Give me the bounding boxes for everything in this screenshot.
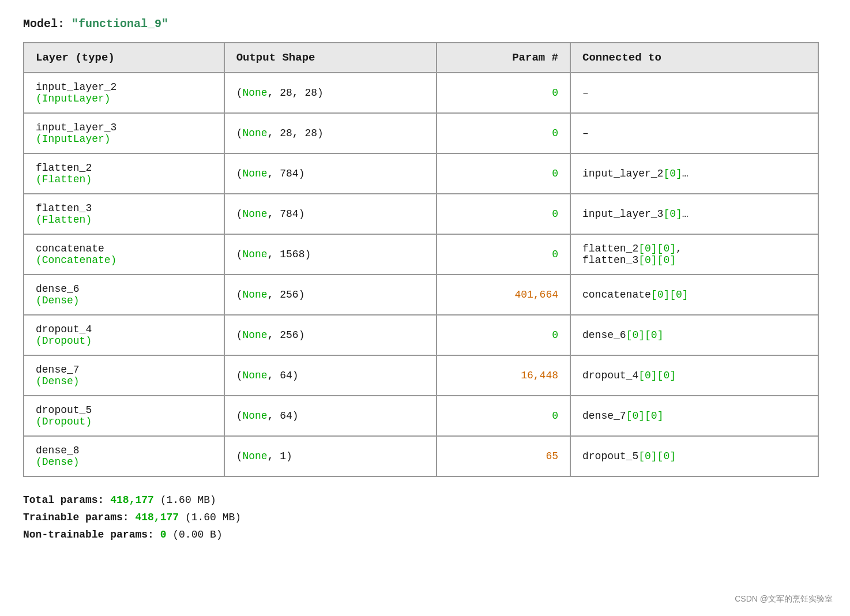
trainable-params-size: (1.60 MB): [185, 512, 241, 523]
table-row: input_layer_3(InputLayer)(None, 28, 28)0…: [24, 113, 818, 153]
col-header-output-shape: Output Shape: [224, 43, 437, 73]
non-trainable-params-line: Non-trainable params: 0 (0.00 B): [23, 529, 827, 540]
model-title: Model: "functional_9": [23, 17, 827, 31]
total-params-line: Total params: 418,177 (1.60 MB): [23, 494, 827, 506]
cell-layer: dense_6(Dense): [24, 275, 224, 315]
cell-connected: dropout_5[0][0]: [570, 436, 818, 476]
table-row: dropout_4(Dropout)(None, 256)0dense_6[0]…: [24, 315, 818, 355]
cell-output-shape: (None, 256): [224, 275, 437, 315]
cell-connected: –: [570, 73, 818, 113]
total-params-label: Total params:: [23, 494, 110, 506]
cell-output-shape: (None, 28, 28): [224, 73, 437, 113]
model-title-name: "functional_9": [72, 17, 168, 31]
cell-param: 0: [437, 153, 570, 194]
cell-connected: –: [570, 113, 818, 153]
cell-output-shape: (None, 256): [224, 315, 437, 355]
cell-connected: input_layer_2[0]…: [570, 153, 818, 194]
table-row: concatenate(Concatenate)(None, 1568)0fla…: [24, 234, 818, 275]
cell-output-shape: (None, 64): [224, 396, 437, 436]
cell-output-shape: (None, 1): [224, 436, 437, 476]
total-params-value: 418,177: [110, 494, 154, 506]
table-row: flatten_2(Flatten)(None, 784)0input_laye…: [24, 153, 818, 194]
cell-layer: dropout_5(Dropout): [24, 396, 224, 436]
trainable-params-label: Trainable params:: [23, 512, 135, 523]
cell-output-shape: (None, 784): [224, 153, 437, 194]
cell-param: 0: [437, 113, 570, 153]
cell-connected: dense_6[0][0]: [570, 315, 818, 355]
cell-layer: flatten_3(Flatten): [24, 194, 224, 234]
cell-param: 0: [437, 73, 570, 113]
cell-connected: dense_7[0][0]: [570, 396, 818, 436]
cell-layer: input_layer_2(InputLayer): [24, 73, 224, 113]
table-row: dropout_5(Dropout)(None, 64)0dense_7[0][…: [24, 396, 818, 436]
model-footer: Total params: 418,177 (1.60 MB) Trainabl…: [23, 494, 827, 540]
cell-connected: input_layer_3[0]…: [570, 194, 818, 234]
non-trainable-params-value: 0: [160, 529, 167, 540]
cell-layer: concatenate(Concatenate): [24, 234, 224, 275]
col-header-connected: Connected to: [570, 43, 818, 73]
cell-layer: dense_8(Dense): [24, 436, 224, 476]
model-title-prefix: Model:: [23, 17, 72, 31]
table-row: dense_7(Dense)(None, 64)16,448dropout_4[…: [24, 355, 818, 396]
cell-layer: input_layer_3(InputLayer): [24, 113, 224, 153]
trainable-params-line: Trainable params: 418,177 (1.60 MB): [23, 512, 827, 523]
cell-output-shape: (None, 784): [224, 194, 437, 234]
cell-connected: flatten_2[0][0],flatten_3[0][0]: [570, 234, 818, 275]
table-header-row: Layer (type) Output Shape Param # Connec…: [24, 43, 818, 73]
cell-param: 401,664: [437, 275, 570, 315]
table-row: input_layer_2(InputLayer)(None, 28, 28)0…: [24, 73, 818, 113]
model-summary-table: Layer (type) Output Shape Param # Connec…: [23, 42, 819, 477]
cell-param: 65: [437, 436, 570, 476]
cell-output-shape: (None, 28, 28): [224, 113, 437, 153]
table-row: flatten_3(Flatten)(None, 784)0input_laye…: [24, 194, 818, 234]
cell-param: 0: [437, 396, 570, 436]
cell-connected: concatenate[0][0]: [570, 275, 818, 315]
cell-param: 0: [437, 234, 570, 275]
non-trainable-params-size: (0.00 B): [172, 529, 222, 540]
cell-output-shape: (None, 1568): [224, 234, 437, 275]
trainable-params-value: 418,177: [135, 512, 179, 523]
cell-output-shape: (None, 64): [224, 355, 437, 396]
cell-layer: flatten_2(Flatten): [24, 153, 224, 194]
col-header-layer: Layer (type): [24, 43, 224, 73]
table-row: dense_8(Dense)(None, 1)65dropout_5[0][0]: [24, 436, 818, 476]
col-header-param: Param #: [437, 43, 570, 73]
cell-param: 16,448: [437, 355, 570, 396]
cell-layer: dropout_4(Dropout): [24, 315, 224, 355]
cell-layer: dense_7(Dense): [24, 355, 224, 396]
table-row: dense_6(Dense)(None, 256)401,664concaten…: [24, 275, 818, 315]
cell-param: 0: [437, 315, 570, 355]
total-params-size: (1.60 MB): [160, 494, 216, 506]
cell-param: 0: [437, 194, 570, 234]
cell-connected: dropout_4[0][0]: [570, 355, 818, 396]
non-trainable-params-label: Non-trainable params:: [23, 529, 160, 540]
